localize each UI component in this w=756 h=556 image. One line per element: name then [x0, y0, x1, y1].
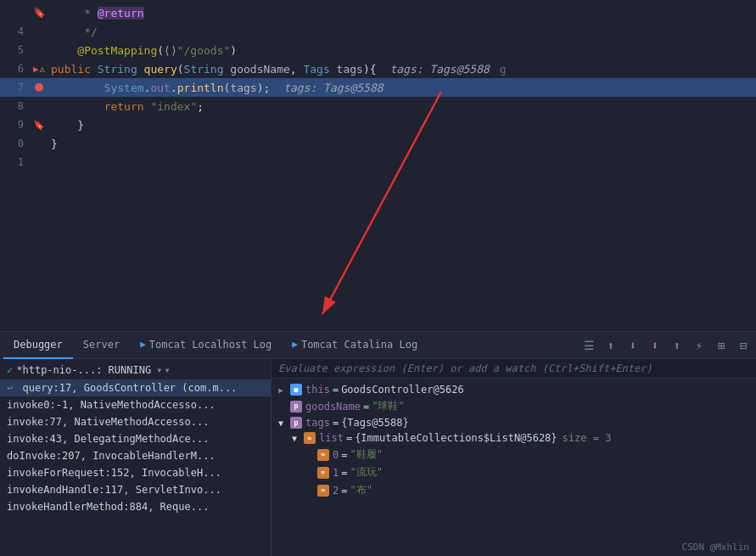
step-out-btn[interactable]: ⬆ [668, 336, 686, 355]
debugger-tab-label: Debugger [14, 339, 63, 351]
code-line-9: 9 🔖 } [0, 115, 756, 134]
bookmark-icon: 🔖 [33, 7, 46, 19]
var-icon-list-2: ≡ [317, 485, 329, 497]
frame-item-4[interactable]: invoke:43, DelegatingMethodAce... [0, 430, 271, 447]
var-this[interactable]: ▶ ■ this = GoodsController@5626 [272, 382, 756, 397]
frame-item-2[interactable]: invoke0:-1, NativeMethodAccesso... [0, 396, 271, 413]
code-line-8: 8 return "index"; [0, 97, 756, 115]
var-tree: ▶ ■ this = GoodsController@5626 p [272, 379, 756, 556]
debugger-panel: Debugger Server ▶ Tomcat Localhost Log ▶… [0, 331, 756, 556]
table-view-btn[interactable]: ⊞ [712, 336, 731, 355]
tomcat-localhost-tab-label: Tomcat Localhost Log [149, 339, 272, 351]
app-container: 🔖 * @return 4 */ 5 @Pos [0, 0, 756, 556]
server-tab-label: Server [83, 339, 120, 351]
var-icon-goodsname: p [290, 401, 302, 413]
var-list[interactable]: ▼ ≡ list = {ImmutableCollections$ListN@5… [272, 430, 756, 446]
thread-header[interactable]: ✓ *http-nio-...: RUNNING ▾ ▾ [0, 361, 271, 379]
warning-icon: ⚠ [40, 64, 46, 75]
tab-actions: ☰ ⬆ ⬇ ⬇ ⬆ ⚡ ⊞ ⊟ [580, 336, 753, 355]
var-icon-list-1: ≡ [317, 467, 329, 479]
code-line-4: 4 */ [0, 22, 756, 41]
bookmark-icon-9: 🔖 [33, 120, 45, 131]
undo-icon: ↩ [7, 382, 13, 394]
filter-btn[interactable]: ⚡ [690, 336, 708, 355]
debug-icon: ▶ [33, 64, 39, 75]
frame-item-6[interactable]: invokeForRequest:152, InvocableH... [0, 464, 271, 481]
var-tags[interactable]: ▼ p tags = {Tags@5588} [272, 415, 756, 430]
frame-item-1[interactable]: ↩ query:17, GoodsController (com.m... [0, 379, 271, 396]
var-icon-list-0: ≡ [317, 449, 329, 461]
code-line-6: 6 ▶ ⚠ public String query(String goodsNa… [0, 59, 756, 78]
tab-tomcat-localhost[interactable]: ▶ Tomcat Localhost Log [130, 332, 282, 359]
frame-item-7[interactable]: invokeAndHandle:117, ServletInvo... [0, 481, 271, 498]
frame-item-5[interactable]: doInvoke:207, InvocableHandlerM... [0, 447, 271, 464]
dropdown-icon[interactable]: ▾ [164, 364, 170, 376]
frame-item-3[interactable]: invoke:77, NativeMethodAccesso... [0, 413, 271, 430]
editor-empty-space [0, 171, 756, 290]
resume-btn[interactable]: ⬆ [602, 336, 620, 355]
code-line-1: 1 [0, 153, 756, 171]
code-line-5: 5 @PostMapping(⟨⟩"/goods") [0, 41, 756, 59]
var-icon-list: ≡ [304, 432, 316, 444]
editor-area: 🔖 * @return 4 */ 5 @Pos [0, 0, 756, 331]
tab-tomcat-catalina[interactable]: ▶ Tomcat Catalina Log [282, 332, 428, 359]
eval-bar[interactable]: Evaluate expression (Enter) or add a wat… [272, 359, 756, 379]
frame-item-8[interactable]: invokeHandlerMethod:884, Reque... [0, 498, 271, 515]
filter-icon[interactable]: ▾ [156, 364, 162, 376]
code-line-return: 🔖 * @return [0, 3, 756, 22]
check-icon: ✓ [7, 364, 13, 376]
var-goodsname[interactable]: p goodsName = "球鞋" [272, 397, 756, 415]
var-list-2[interactable]: ≡ 2 = "布" [272, 481, 756, 499]
thread-label: *http-nio-...: RUNNING [16, 364, 151, 376]
code-line-7: 7 System.out.println(tags); tags: Tags@5… [0, 78, 756, 97]
debugger-content: ✓ *http-nio-...: RUNNING ▾ ▾ ↩ query:17,… [0, 359, 756, 556]
log-icon-2: ▶ [292, 339, 298, 350]
tab-server[interactable]: Server [73, 332, 130, 359]
breakpoint-dot [35, 83, 43, 92]
eval-placeholder: Evaluate expression (Enter) or add a wat… [278, 362, 652, 374]
code-line-0: 0 } [0, 134, 756, 153]
tomcat-catalina-tab-label: Tomcat Catalina Log [301, 339, 417, 351]
watermark: CSDN @Mxhlin [682, 542, 749, 553]
debugger-tabs-bar: Debugger Server ▶ Tomcat Localhost Log ▶… [0, 332, 756, 359]
var-list-0[interactable]: ≡ 0 = "鞋履" [272, 446, 756, 463]
tab-debugger[interactable]: Debugger [3, 332, 73, 359]
frames-panel: ✓ *http-nio-...: RUNNING ▾ ▾ ↩ query:17,… [0, 359, 272, 556]
step-into-btn[interactable]: ⬇ [646, 336, 664, 355]
variables-panel: Evaluate expression (Enter) or add a wat… [272, 359, 756, 556]
var-list-1[interactable]: ≡ 1 = "流玩" [272, 463, 756, 481]
var-icon-tags: p [290, 417, 302, 429]
menu-action-btn[interactable]: ☰ [580, 336, 598, 355]
grid-view-btn[interactable]: ⊟ [734, 336, 753, 355]
step-over-btn[interactable]: ⬇ [624, 336, 642, 355]
var-icon-this: ■ [290, 384, 302, 396]
log-icon-1: ▶ [140, 339, 146, 350]
